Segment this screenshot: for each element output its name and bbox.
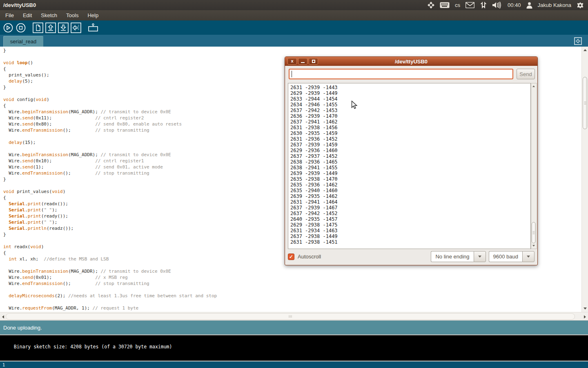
network-updown-icon[interactable] xyxy=(480,2,487,9)
session-gear-icon[interactable] xyxy=(577,2,584,9)
line-indicator-bar: 1 xyxy=(0,361,588,368)
code-line: Wire.send(0x01); // x MSB reg xyxy=(3,274,581,280)
status-bar: Done uploading. xyxy=(0,321,588,334)
maximize-icon[interactable] xyxy=(309,58,318,65)
menu-bar: FileEditSketchToolsHelp xyxy=(0,10,588,20)
dropdown-arrow-button[interactable] xyxy=(522,251,535,262)
scroll-up-arrow-icon[interactable] xyxy=(584,49,587,51)
code-line xyxy=(3,287,581,293)
vertical-scrollbar-thumb[interactable] xyxy=(583,77,587,129)
send-button[interactable]: Send xyxy=(517,69,535,79)
baud-rate-value[interactable]: 9600 baud xyxy=(489,251,522,262)
serial-scrollbar-thumb[interactable] xyxy=(532,222,536,243)
code-line: Wire.requestFrom(MAG_ADDR, 1); // reques… xyxy=(3,305,581,311)
chevron-down-icon xyxy=(527,256,530,258)
serial-monitor-title: /dev/ttyUSB0 xyxy=(285,58,537,65)
build-console: Binary sketch size: 4208 bytes (of a 307… xyxy=(0,334,588,361)
autoscroll-checkbox[interactable]: ✓ xyxy=(288,254,294,260)
editor-horizontal-scrollbar[interactable] xyxy=(0,312,588,321)
menu-item-tools[interactable]: Tools xyxy=(62,11,82,20)
open-button[interactable] xyxy=(45,22,56,34)
new-sketch-button[interactable] xyxy=(32,22,44,34)
serial-send-input[interactable] xyxy=(289,69,513,79)
serial-monitor-titlebar[interactable]: /dev/ttyUSB0 x xyxy=(285,57,537,66)
text-caret xyxy=(292,71,292,77)
keyboard-layout-icon[interactable] xyxy=(440,2,450,8)
menu-item-edit[interactable]: Edit xyxy=(19,11,36,20)
tab-menu-button[interactable] xyxy=(574,37,582,45)
code-line xyxy=(3,299,581,305)
scroll-down-arrow-icon[interactable] xyxy=(584,307,587,310)
chevron-down-icon xyxy=(478,256,481,258)
keyboard-layout-label[interactable]: cs xyxy=(455,2,460,8)
desktop: /dev/ttyUSB0 cs 00:40 Jakub Kakona xyxy=(0,0,588,368)
upload-button[interactable] xyxy=(70,22,82,34)
horizontal-scrollbar-thumb[interactable] xyxy=(6,313,575,320)
serial-monitor-controls: ✓ Autoscroll No line ending 9600 baud xyxy=(285,248,537,265)
scrollbar-grip xyxy=(584,102,586,105)
scroll-up-arrow-icon[interactable] xyxy=(532,85,535,87)
stop-button[interactable] xyxy=(15,22,27,34)
tab-serial-read[interactable]: serial_read xyxy=(3,36,43,47)
close-icon[interactable]: x xyxy=(287,58,297,65)
code-line: delayMicroseconds(2); //needs at least 1… xyxy=(3,293,581,299)
menu-item-sketch[interactable]: Sketch xyxy=(37,11,61,20)
line-ending-dropdown[interactable]: No line ending xyxy=(431,251,486,262)
scroll-down-arrow-icon[interactable] xyxy=(532,245,535,247)
serial-output-area[interactable]: 2631 -2939 -1443 2629 -2939 -1449 2633 -… xyxy=(288,83,531,249)
mouse-cursor xyxy=(351,101,358,110)
scrollbar-grip xyxy=(533,231,535,234)
minimize-icon[interactable] xyxy=(298,58,307,65)
verify-button[interactable] xyxy=(2,22,14,34)
line-indicator: 1 xyxy=(2,363,5,367)
menu-item-help[interactable]: Help xyxy=(84,11,102,20)
tab-bar: serial_read xyxy=(0,35,588,47)
username-label[interactable]: Jakub Kakona xyxy=(538,2,571,8)
baud-rate-dropdown[interactable]: 9600 baud xyxy=(489,251,535,262)
serial-scrollbar[interactable] xyxy=(531,83,537,249)
menu-item-file[interactable]: File xyxy=(2,11,18,20)
clock[interactable]: 00:40 xyxy=(508,2,521,8)
scroll-left-arrow-icon[interactable] xyxy=(2,315,4,319)
scrollbar-grip xyxy=(289,315,292,318)
focused-window-title: /dev/ttyUSB0 xyxy=(0,2,36,8)
status-message: Done uploading. xyxy=(3,325,42,331)
indicator-pinwheel-icon[interactable] xyxy=(428,2,434,9)
volume-icon[interactable] xyxy=(492,2,502,9)
code-line: Wire.endTransmission(); // stop transmit… xyxy=(3,280,581,287)
code-line: } xyxy=(3,47,581,54)
save-button[interactable] xyxy=(58,22,69,34)
serial-output-text: 2631 -2939 -1443 2629 -2939 -1449 2633 -… xyxy=(288,83,530,245)
mail-envelope-icon[interactable] xyxy=(466,2,474,8)
window-controls: x xyxy=(287,58,318,65)
editor-vertical-scrollbar[interactable] xyxy=(581,47,588,312)
ide-toolbar xyxy=(0,20,588,35)
serial-monitor-button[interactable] xyxy=(87,22,99,34)
scroll-right-arrow-icon[interactable] xyxy=(584,315,586,319)
autoscroll-label[interactable]: Autoscroll xyxy=(298,254,321,260)
system-tray: cs 00:40 Jakub Kakona xyxy=(428,2,588,9)
code-line: Wire.beginTransmission(MAG_ADDR); // tra… xyxy=(3,268,581,274)
top-panel: /dev/ttyUSB0 cs 00:40 Jakub Kakona xyxy=(0,0,588,10)
serial-monitor-window: /dev/ttyUSB0 x Send 2631 -2939 -1443 262… xyxy=(285,56,538,265)
console-output: Binary sketch size: 4208 bytes (of a 307… xyxy=(14,344,172,350)
check-icon: ✓ xyxy=(289,254,293,259)
dropdown-arrow-button[interactable] xyxy=(474,251,486,262)
user-icon[interactable] xyxy=(526,2,532,9)
line-ending-value[interactable]: No line ending xyxy=(431,251,473,262)
